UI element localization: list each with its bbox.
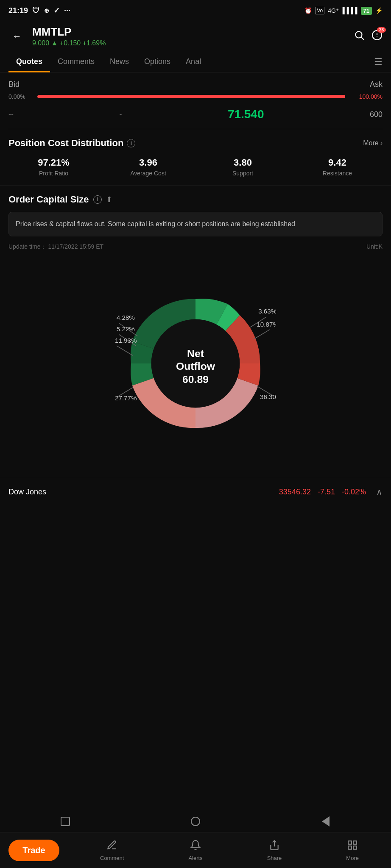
notification-badge: 23	[377, 27, 386, 33]
nav-alerts[interactable]: Alerts	[188, 840, 202, 861]
bid-ask-bar: 0.00% 100.00%	[8, 93, 383, 100]
tab-quotes[interactable]: Quotes	[8, 51, 50, 72]
price-change-pct: +1.69%	[83, 39, 106, 47]
update-row: Update time： 11/17/2022 15:59 ET Unit:K	[8, 243, 383, 251]
check-icon: ✓	[53, 6, 60, 15]
unit-label: Unit:K	[366, 243, 383, 251]
android-back-button[interactable]	[319, 815, 332, 828]
signal-icon: 4G⁺ ▐▐▐▐	[328, 7, 357, 14]
donut-chart: Net Outflow 60.89 4.28% 5.22% 11.93% 27.…	[115, 283, 276, 444]
battery-lightning: ⚡	[375, 7, 383, 14]
bid-ask-section: Bid Ask 0.00% 100.00% -- - 71.540 600	[0, 72, 391, 129]
svg-text:3.63%: 3.63%	[258, 308, 276, 315]
ask-quantity: 600	[370, 110, 383, 119]
update-label: Update time： 11/17/2022 15:59 ET	[8, 243, 103, 251]
collapse-icon[interactable]: ∧	[376, 487, 383, 497]
svg-point-0	[355, 31, 362, 38]
ask-percentage: 100.00%	[349, 93, 383, 100]
nav-more-button[interactable]: ☰	[374, 56, 383, 67]
search-button[interactable]	[354, 30, 365, 43]
vb-icon: Vo	[315, 7, 324, 14]
stat-profit-ratio: 97.21% Profit Ratio	[8, 157, 99, 177]
nav-share[interactable]: Share	[267, 840, 282, 861]
svg-rect-25	[353, 841, 357, 844]
status-left: 21:19 🛡 ⊕ ✓ ···	[8, 6, 70, 15]
alerts-icon	[190, 840, 201, 853]
update-time: 11/17/2022 15:59 ET	[48, 243, 103, 250]
nav-comment[interactable]: Comment	[100, 840, 124, 861]
dow-jones-change-pct: -0.02%	[342, 488, 366, 496]
svg-text:10.87%: 10.87%	[257, 321, 276, 328]
svg-rect-27	[353, 846, 357, 849]
dow-jones-row[interactable]: Dow Jones 33546.32 -7.51 -0.02% ∧	[0, 478, 391, 505]
order-capital-info-box: Price rises & capital flows out. Some ca…	[8, 212, 383, 236]
battery-icon: 71	[361, 7, 372, 15]
stat-support: 3.80 Support	[198, 157, 288, 177]
status-right: ⏰ Vo 4G⁺ ▐▐▐▐ 71 ⚡	[304, 7, 383, 15]
bid-percentage: 0.00%	[8, 93, 34, 100]
bid-label: Bid	[8, 80, 20, 89]
android-nav-bar	[0, 811, 391, 832]
tab-options[interactable]: Options	[137, 51, 178, 72]
ask-fill	[37, 95, 345, 98]
dow-jones-value: 33546.32	[279, 488, 311, 496]
ask-label: Ask	[370, 80, 383, 89]
status-time: 21:19	[8, 6, 28, 15]
position-cost-section: Position Cost Distribution i More › 97.2…	[0, 129, 391, 186]
stock-price-row: 9.000 ▲ +0.150 +1.69%	[32, 39, 347, 47]
comment-icon	[106, 840, 117, 853]
avg-cost-label: Average Cost	[103, 170, 193, 177]
position-cost-info-icon[interactable]: i	[127, 139, 135, 147]
android-home-button[interactable]	[189, 815, 202, 828]
header-icons: 23	[354, 30, 383, 43]
svg-rect-26	[348, 846, 352, 849]
dow-jones-name: Dow Jones	[8, 488, 272, 496]
svg-text:27.77%: 27.77%	[115, 394, 137, 402]
stock-info: MMTLP 9.000 ▲ +0.150 +1.69%	[32, 25, 347, 47]
price-change: +0.150	[60, 39, 81, 47]
order-capital-info-icon[interactable]: i	[93, 195, 102, 204]
share-icon[interactable]: ⬆	[106, 195, 112, 204]
avg-cost-value: 3.96	[103, 157, 193, 168]
notification-button[interactable]: 23	[371, 30, 383, 43]
svg-line-1	[361, 37, 364, 39]
share-nav-icon	[269, 840, 280, 853]
position-cost-more[interactable]: More ›	[363, 139, 383, 147]
dow-jones-change: -7.51	[318, 488, 335, 496]
svg-text:11.93%: 11.93%	[115, 337, 137, 344]
order-capital-title: Order Capital Size	[8, 194, 89, 205]
support-label: Support	[198, 170, 288, 177]
tab-news[interactable]: News	[102, 51, 137, 72]
shield-icon: 🛡	[32, 6, 40, 15]
stat-avg-cost: 3.96 Average Cost	[103, 157, 193, 177]
share-label: Share	[267, 855, 282, 861]
current-price: 9.000	[32, 39, 49, 47]
tab-analysis[interactable]: Anal	[178, 51, 209, 72]
android-square-button[interactable]	[59, 815, 72, 828]
svg-text:60.89: 60.89	[182, 374, 209, 385]
support-value: 3.80	[198, 157, 288, 168]
resistance-label: Resistance	[292, 170, 383, 177]
profit-ratio-value: 97.21%	[8, 157, 99, 168]
tab-comments[interactable]: Comments	[50, 51, 102, 72]
bid-ask-progress	[37, 95, 345, 98]
profit-ratio-label: Profit Ratio	[8, 170, 99, 177]
position-cost-title: Position Cost Distribution i	[8, 138, 135, 149]
position-stats-grid: 97.21% Profit Ratio 3.96 Average Cost 3.…	[8, 157, 383, 177]
price-arrow: ▲	[51, 39, 58, 47]
svg-text:4.28%: 4.28%	[117, 314, 135, 321]
svg-line-11	[117, 346, 133, 355]
ask-value: 71.540	[228, 108, 264, 121]
trade-button[interactable]: Trade	[8, 840, 59, 861]
stock-header: ← MMTLP 9.000 ▲ +0.150 +1.69% 23	[0, 21, 391, 51]
alerts-label: Alerts	[188, 855, 202, 861]
svg-text:Net: Net	[187, 348, 204, 359]
nav-more[interactable]: More	[346, 840, 359, 861]
separator: -	[119, 110, 122, 119]
bid-ask-header: Bid Ask	[8, 80, 383, 89]
more-grid-icon	[347, 840, 358, 853]
back-button[interactable]: ←	[8, 31, 25, 42]
more-dots-icon: ···	[64, 6, 70, 15]
stat-resistance: 9.42 Resistance	[292, 157, 383, 177]
bottom-nav: Trade Comment Alerts	[0, 832, 391, 868]
